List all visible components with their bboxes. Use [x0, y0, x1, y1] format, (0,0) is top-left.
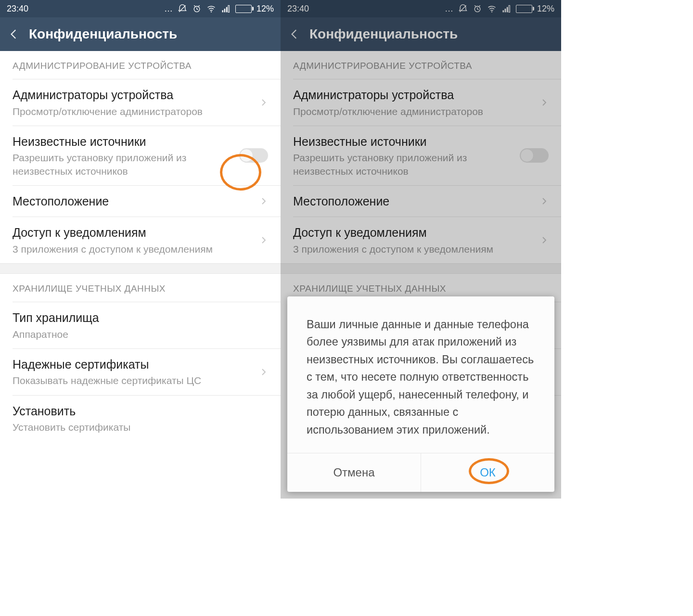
row-notifications-access[interactable]: Доступ к уведомлениям 3 приложения с дос… [0, 217, 281, 263]
svg-rect-3 [222, 10, 223, 12]
chevron-right-icon [259, 197, 268, 205]
svg-point-2 [211, 12, 212, 13]
row-unknown-sources[interactable]: Неизвестные источники Разрешить установк… [0, 126, 281, 185]
status-time: 23:40 [7, 4, 28, 14]
section-admin-header: АДМИНИСТРИРОВАНИЕ УСТРОЙСТВА [0, 51, 281, 79]
row-install-cert[interactable]: Установить Установить сертификаты [0, 396, 281, 442]
row-title: Администраторы устройства [13, 87, 253, 103]
chevron-right-icon [259, 368, 268, 376]
row-subtitle: Просмотр/отключение администраторов [13, 105, 253, 118]
row-title: Тип хранилища [13, 310, 268, 326]
svg-rect-4 [224, 9, 226, 13]
row-location[interactable]: Местоположение [0, 186, 281, 217]
row-title: Установить [13, 403, 268, 419]
dnd-icon [178, 4, 187, 13]
screen-left: 23:40 … 12% Конфиденциальность АДМИНИСТР… [0, 0, 281, 499]
row-subtitle: Аппаратное [13, 328, 268, 341]
row-device-admins[interactable]: Администраторы устройства Просмотр/отклю… [0, 79, 281, 126]
toggle-unknown-sources[interactable] [239, 148, 268, 163]
settings-content: АДМИНИСТРИРОВАНИЕ УСТРОЙСТВА Администрат… [0, 51, 281, 442]
more-icon: … [164, 4, 173, 14]
row-storage-type[interactable]: Тип хранилища Аппаратное [0, 302, 281, 348]
row-subtitle: Показывать надежные сертификаты ЦС [13, 374, 253, 387]
confirm-dialog: Ваши личные данные и данные телефона бол… [287, 296, 554, 492]
svg-rect-6 [228, 5, 230, 12]
row-subtitle: Установить сертификаты [13, 421, 268, 434]
row-subtitle: 3 приложения с доступом к уведомлениям [13, 243, 253, 256]
signal-icon [221, 4, 231, 13]
section-storage-header: ХРАНИЛИЩЕ УЧЕТНЫХ ДАННЫХ [0, 274, 281, 302]
alarm-icon [192, 4, 202, 13]
row-title: Местоположение [13, 193, 253, 209]
battery-pct: 12% [257, 4, 274, 14]
status-icons: … 12% [164, 4, 274, 14]
row-title: Надежные сертификаты [13, 357, 253, 372]
battery-icon [235, 5, 252, 13]
row-title: Доступ к уведомлениям [13, 225, 253, 241]
wifi-icon [206, 4, 216, 13]
back-icon[interactable] [8, 28, 20, 40]
row-title: Неизвестные источники [13, 134, 232, 150]
dialog-text: Ваши личные данные и данные телефона бол… [287, 296, 554, 453]
cancel-button[interactable]: Отмена [287, 453, 421, 492]
page-title: Конфиденциальность [29, 26, 177, 42]
row-subtitle: Разрешить установку приложений из неизве… [13, 151, 232, 178]
row-trusted-certs[interactable]: Надежные сертификаты Показывать надежные… [0, 349, 281, 395]
status-bar: 23:40 … 12% [0, 0, 281, 17]
ok-button[interactable]: ОК [421, 453, 554, 492]
screen-right: 23:40 … 12% Конфиденциальность АДМИНИСТР… [281, 0, 561, 499]
title-bar: Конфиденциальность [0, 17, 281, 51]
svg-rect-5 [226, 7, 228, 13]
chevron-right-icon [259, 98, 268, 107]
chevron-right-icon [259, 236, 268, 244]
